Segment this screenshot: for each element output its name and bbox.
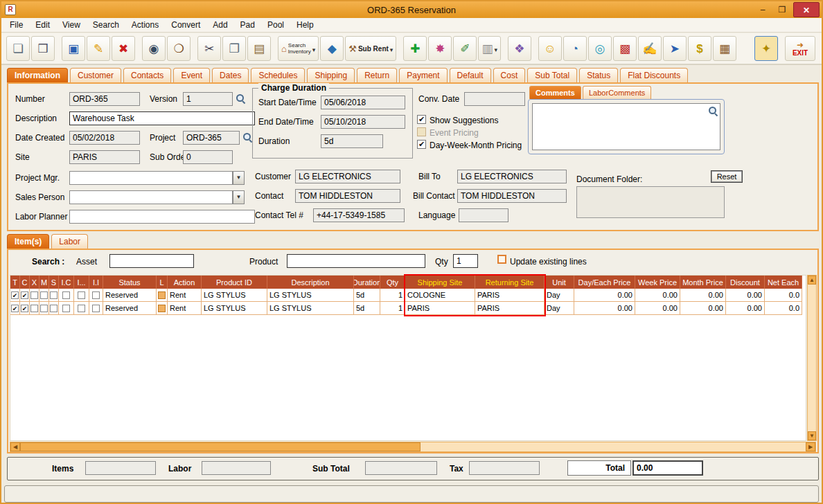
- money-button[interactable]: $: [688, 36, 711, 61]
- column-header[interactable]: X: [30, 276, 39, 289]
- version-field[interactable]: 1: [183, 92, 233, 106]
- cell-c[interactable]: ✔: [20, 289, 30, 302]
- labor-planner-field[interactable]: [69, 210, 255, 224]
- chevron-down-icon[interactable]: [233, 190, 245, 204]
- checkbox[interactable]: ✔: [21, 305, 28, 312]
- items-total-field[interactable]: [85, 461, 156, 475]
- duration-field[interactable]: 5d: [321, 134, 383, 148]
- column-header-duration[interactable]: Duration: [354, 276, 380, 289]
- reset-button[interactable]: Reset: [711, 170, 743, 183]
- tab-customer[interactable]: Customer: [70, 68, 121, 82]
- cell-idots[interactable]: [74, 289, 89, 302]
- chevron-down-icon[interactable]: [312, 42, 316, 55]
- maximize-button[interactable]: ❐: [772, 3, 792, 17]
- column-header[interactable]: L: [157, 276, 168, 289]
- number-field[interactable]: ORD-365: [69, 92, 140, 106]
- new-document-button[interactable]: ❏: [6, 36, 30, 61]
- cell-discount[interactable]: 0.00: [726, 302, 765, 315]
- minimize-button[interactable]: –: [753, 3, 772, 17]
- cell-action[interactable]: Rent: [168, 289, 202, 302]
- end-date-field[interactable]: 05/10/2018: [321, 115, 405, 129]
- event-pricing-checkbox[interactable]: [417, 127, 426, 136]
- column-header-discount[interactable]: Discount: [726, 276, 765, 289]
- column-header-action[interactable]: Action: [168, 276, 202, 289]
- chevron-down-icon[interactable]: [233, 171, 245, 185]
- cell-ii[interactable]: [89, 302, 103, 315]
- scroll-right-icon[interactable]: [806, 442, 815, 451]
- copy-button[interactable]: ❐: [222, 36, 246, 61]
- date-created-field[interactable]: 05/02/2018: [69, 131, 140, 145]
- cell-m[interactable]: [39, 302, 49, 315]
- project-mgr-field[interactable]: [69, 171, 233, 185]
- exit-button[interactable]: ➜ EXIT: [785, 36, 815, 61]
- tab-sub-total[interactable]: Sub Total: [527, 68, 577, 82]
- cell-x[interactable]: [30, 289, 39, 302]
- cell-net-each[interactable]: 0.0: [765, 302, 802, 315]
- checkbox[interactable]: [50, 291, 57, 299]
- notes-button[interactable]: ✍: [638, 36, 662, 61]
- scrollbar-thumb[interactable]: [20, 442, 421, 451]
- menu-item-help[interactable]: Help: [290, 20, 320, 30]
- delete-button[interactable]: ✖: [112, 36, 135, 61]
- tab-event[interactable]: Event: [173, 68, 210, 82]
- cube-button[interactable]: ▩: [613, 36, 637, 61]
- checkbox[interactable]: [62, 305, 70, 312]
- product-input[interactable]: [287, 254, 425, 268]
- show-suggestions-checkbox[interactable]: ✔: [417, 115, 426, 124]
- search-inventory-button[interactable]: ⌂ Search Inventory: [278, 36, 319, 61]
- tab-default[interactable]: Default: [450, 68, 491, 82]
- checkbox[interactable]: ✔: [11, 291, 19, 299]
- sub-orders-field[interactable]: 0: [183, 150, 233, 164]
- contact-field[interactable]: TOM HIDDLESTON: [295, 189, 400, 203]
- column-header[interactable]: I.I: [89, 276, 103, 289]
- checkbox[interactable]: [30, 291, 38, 299]
- checkbox[interactable]: [50, 305, 57, 312]
- cell-status[interactable]: Reserved: [103, 302, 157, 315]
- scroll-down-icon[interactable]: [808, 431, 816, 440]
- menu-item-view[interactable]: View: [56, 20, 87, 30]
- tab-items[interactable]: Item(s): [7, 234, 49, 249]
- card-stack-button[interactable]: ▥: [478, 36, 501, 61]
- column-header[interactable]: S: [49, 276, 59, 289]
- column-header[interactable]: M: [39, 276, 49, 289]
- cell-month-price[interactable]: 0.00: [680, 289, 726, 302]
- cell-action[interactable]: Rent: [168, 302, 202, 315]
- column-header-day-price[interactable]: Day/Each Price: [574, 276, 635, 289]
- dwm-pricing-checkbox[interactable]: ✔: [417, 140, 426, 149]
- document-folder-box[interactable]: [576, 186, 725, 218]
- cell-s[interactable]: [49, 302, 59, 315]
- cell-day-price[interactable]: 0.00: [574, 289, 635, 302]
- pool-button[interactable]: ✸: [428, 36, 452, 61]
- vertical-scrollbar[interactable]: [807, 275, 817, 441]
- cell-duration[interactable]: 5d: [354, 289, 380, 302]
- bill-to-field[interactable]: LG ELECTRONICS: [457, 170, 567, 183]
- asset-input[interactable]: [109, 254, 194, 268]
- tab-comments[interactable]: Comments: [529, 86, 581, 99]
- checkbox[interactable]: [40, 291, 48, 299]
- cell-description[interactable]: LG STYLUS: [267, 289, 354, 302]
- scroll-track[interactable]: [808, 285, 816, 431]
- tab-status[interactable]: Status: [579, 68, 618, 82]
- cell-description[interactable]: LG STYLUS: [267, 302, 354, 315]
- key-button[interactable]: ➤: [663, 36, 687, 61]
- labor-total-field[interactable]: [202, 461, 271, 475]
- column-header[interactable]: C: [20, 276, 30, 289]
- site-field[interactable]: PARIS: [69, 150, 140, 164]
- checkbox[interactable]: [40, 305, 48, 312]
- column-header-product-id[interactable]: Product ID: [202, 276, 267, 289]
- scroll-track[interactable]: [421, 442, 806, 451]
- update-existing-checkbox[interactable]: [497, 255, 506, 264]
- tab-flat-discounts[interactable]: Flat Discounts: [620, 68, 688, 82]
- column-header[interactable]: T: [10, 276, 20, 289]
- language-field[interactable]: [459, 208, 508, 222]
- menu-item-pad[interactable]: Pad: [234, 20, 261, 30]
- column-header-description[interactable]: Description: [267, 276, 354, 289]
- smiley-button[interactable]: ☺: [538, 36, 562, 61]
- sub-total-field[interactable]: [365, 461, 437, 475]
- column-header-net-each[interactable]: Net Each: [765, 276, 802, 289]
- customer-field[interactable]: LG ELECTRONICS: [295, 170, 400, 183]
- cell-unit[interactable]: Day: [545, 302, 574, 315]
- tab-labor[interactable]: Labor: [51, 234, 88, 249]
- tax-field[interactable]: [469, 461, 540, 475]
- comments-textarea[interactable]: [532, 103, 720, 150]
